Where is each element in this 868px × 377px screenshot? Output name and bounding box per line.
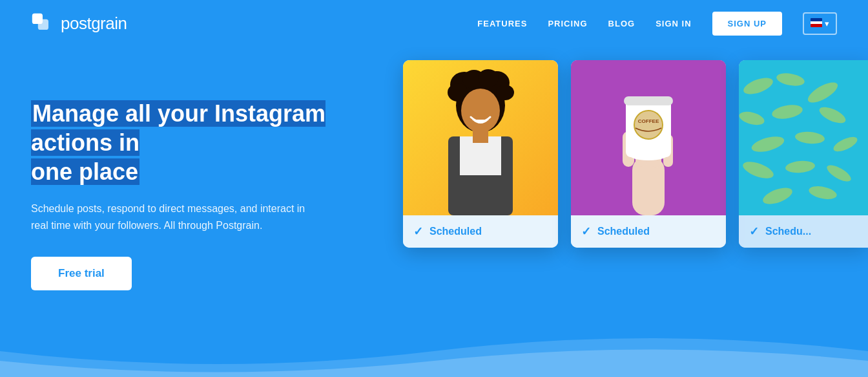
nav-blog[interactable]: BLOG — [608, 19, 636, 28]
nav-signin[interactable]: SIGN IN — [656, 19, 691, 28]
post-card-2: COFFEE ✓ Scheduled — [571, 60, 726, 248]
status-text-1: Scheduled — [429, 226, 482, 237]
navbar: postgrain FEATURES PRICING BLOG SIGN IN … — [0, 0, 868, 47]
svg-rect-3 — [811, 18, 822, 21]
svg-point-13 — [461, 89, 500, 133]
card-2-status: ✓ Scheduled — [571, 215, 726, 248]
svg-rect-18 — [632, 157, 665, 215]
coffee-cup-image: COFFEE — [571, 60, 726, 215]
svg-text:COFFEE: COFFEE — [638, 118, 659, 124]
hero-title: Manage all your Instagram actions inone … — [31, 99, 367, 186]
svg-point-25 — [634, 111, 663, 139]
nav-links: FEATURES PRICING BLOG SIGN IN SIGN UP ▾ — [477, 12, 837, 36]
post-card-3: ✓ Schedu... — [739, 60, 868, 248]
svg-rect-16 — [473, 130, 488, 143]
svg-point-12 — [496, 85, 514, 100]
card-3-image — [739, 60, 868, 215]
check-icon-1: ✓ — [413, 224, 423, 239]
card-1-image — [403, 60, 558, 215]
svg-rect-24 — [624, 96, 673, 105]
card-3-status: ✓ Schedu... — [739, 215, 868, 248]
status-text-3: Schedu... — [765, 226, 811, 237]
cards-area: ✓ Scheduled — [403, 60, 868, 248]
hero-title-highlight: Manage all your Instagram actions inone … — [31, 100, 326, 185]
lang-label: ▾ — [825, 19, 829, 28]
check-icon-3: ✓ — [749, 224, 759, 239]
language-selector[interactable]: ▾ — [803, 12, 837, 35]
hero-text: Manage all your Instagram actions inone … — [31, 73, 367, 290]
svg-rect-4 — [811, 21, 822, 24]
hero-subtitle: Schedule posts, respond to direct messag… — [31, 200, 315, 233]
brand-name: postgrain — [61, 14, 127, 34]
svg-rect-1 — [38, 19, 48, 29]
logo-icon — [31, 12, 54, 36]
nav-pricing[interactable]: PRICING — [548, 19, 587, 28]
logo-area[interactable]: postgrain — [31, 12, 127, 36]
svg-point-10 — [478, 69, 499, 87]
lang-icon — [811, 18, 822, 29]
signup-button[interactable]: SIGN UP — [712, 12, 782, 36]
leaves-image — [739, 60, 868, 215]
check-icon-2: ✓ — [581, 224, 591, 239]
hero-section: Manage all your Instagram actions inone … — [0, 47, 868, 338]
bottom-wave — [0, 325, 868, 377]
status-text-2: Scheduled — [597, 226, 650, 237]
card-1-status: ✓ Scheduled — [403, 215, 558, 248]
card-2-image: COFFEE — [571, 60, 726, 215]
person-silhouette — [403, 60, 558, 215]
post-card-1: ✓ Scheduled — [403, 60, 558, 248]
svg-rect-5 — [811, 24, 822, 27]
nav-features[interactable]: FEATURES — [477, 19, 527, 28]
free-trial-button[interactable]: Free trial — [31, 257, 132, 290]
